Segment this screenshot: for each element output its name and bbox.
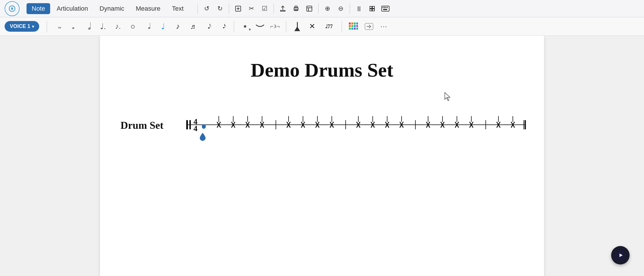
sixtyfourth-note-button[interactable]: 𝅘𝅥𝅯 xyxy=(216,20,230,33)
note-divider-3 xyxy=(286,21,286,32)
tab-dynamic[interactable]: Dynamic xyxy=(94,3,129,14)
dotted-quarter-button[interactable]: ♩. xyxy=(96,20,110,33)
dotted-half-button[interactable]: 𝅗. xyxy=(66,20,80,33)
svg-text:4: 4 xyxy=(193,124,197,133)
svg-rect-9 xyxy=(372,9,374,11)
svg-rect-14 xyxy=(387,7,388,8)
whole-note-button[interactable]: ○ xyxy=(126,20,140,33)
staff-area: Drum Set 4 4 xyxy=(100,96,544,143)
sixteenth-note-button[interactable]: ♬ xyxy=(186,20,200,33)
toolbar-zoom: ⊕ ⊖ xyxy=(321,3,347,15)
divider-1 xyxy=(197,3,198,14)
color-button[interactable] xyxy=(346,20,361,33)
nav-tabs: Note Articulation Dynamic Measure Text xyxy=(27,3,189,14)
tab-note[interactable]: Note xyxy=(27,3,50,14)
dot-button[interactable]: • ▾ xyxy=(238,20,252,33)
toolbar-file xyxy=(277,3,315,15)
svg-rect-8 xyxy=(370,9,372,11)
thirtysecond-note-button[interactable]: 𝅘𝅥𝅮 xyxy=(201,20,215,33)
drum-row: Drum Set 4 4 xyxy=(117,107,527,143)
print-button[interactable] xyxy=(290,3,302,15)
instrument-label: Drum Set xyxy=(117,119,163,131)
toolbar-misc: ||| xyxy=(353,3,391,15)
layout-button[interactable] xyxy=(303,3,315,15)
half-plain-button[interactable]: 𝅗𝅥 xyxy=(141,20,155,33)
eighth-note-button[interactable]: ♪ xyxy=(171,20,185,33)
svg-rect-6 xyxy=(370,6,372,8)
tab-measure[interactable]: Measure xyxy=(131,3,166,14)
menu-bar: Note Articulation Dynamic Measure Text ↺… xyxy=(0,0,644,17)
tuplet-button[interactable]: ⌐ 3 ⌐ xyxy=(268,20,282,33)
voice-label: VOICE 1 xyxy=(10,23,30,29)
more-button[interactable]: ··· xyxy=(377,20,391,33)
add-measure-button[interactable] xyxy=(232,3,244,15)
note-divider-2 xyxy=(234,21,234,32)
slur-button[interactable] xyxy=(253,20,267,33)
keyboard-button[interactable] xyxy=(379,3,391,15)
staff-container[interactable]: 4 4 xyxy=(168,107,527,143)
svg-rect-5 xyxy=(307,6,312,11)
upload-button[interactable] xyxy=(277,3,289,15)
voice-selector[interactable]: VOICE 1 ▾ xyxy=(5,21,39,32)
stem-cross-button[interactable]: ✕ xyxy=(305,20,319,33)
main-content: Demo Drums Set Drum Set 4 4 xyxy=(0,36,644,276)
score-settings-button[interactable] xyxy=(366,3,378,15)
zoom-in-button[interactable]: ⊕ xyxy=(321,3,334,15)
playback-button[interactable] xyxy=(611,246,630,264)
tab-text[interactable]: Text xyxy=(167,3,189,14)
toolbar-edit: ✂ ☑ xyxy=(232,3,271,15)
svg-rect-12 xyxy=(384,7,385,8)
score-title: Demo Drums Set xyxy=(100,36,544,90)
svg-rect-13 xyxy=(385,7,386,8)
svg-rect-15 xyxy=(383,9,387,10)
note-divider-1 xyxy=(47,21,47,32)
svg-point-24 xyxy=(202,124,206,129)
svg-rect-10 xyxy=(382,6,389,11)
svg-rect-7 xyxy=(372,6,374,8)
redo-button[interactable]: ↻ xyxy=(214,3,226,15)
note-value-button[interactable]: ♩77 xyxy=(320,20,338,33)
remove-button[interactable] xyxy=(362,20,376,33)
undo-button[interactable]: ↺ xyxy=(201,3,213,15)
stem-up-button[interactable] xyxy=(290,20,304,33)
divider-4 xyxy=(318,3,319,14)
logo-button[interactable] xyxy=(5,1,20,16)
zoom-out-button[interactable]: ⊖ xyxy=(335,3,347,15)
score-page: Demo Drums Set Drum Set 4 4 xyxy=(100,36,544,276)
svg-rect-11 xyxy=(383,7,383,8)
svg-rect-3 xyxy=(295,6,297,8)
svg-marker-17 xyxy=(294,27,300,31)
double-whole-note-button[interactable]: 𝅜 xyxy=(51,20,65,33)
half-note-button[interactable]: 𝅗𝅥 xyxy=(81,20,95,33)
svg-rect-21 xyxy=(189,120,191,129)
toolbar-history: ↺ ↻ xyxy=(201,3,226,15)
divider-5 xyxy=(350,3,350,14)
divider-2 xyxy=(229,3,229,14)
check-button[interactable]: ☑ xyxy=(259,3,271,15)
note-toolbar: VOICE 1 ▾ 𝅜 𝅗. 𝅗𝅥 ♩. ♪. ○ 𝅗𝅥 ♩ ♪ ♬ 𝅘𝅥𝅮 𝅘… xyxy=(0,17,644,36)
chevron-down-icon: ▾ xyxy=(32,24,34,29)
divider-3 xyxy=(274,3,274,14)
dotted-eighth-button[interactable]: ♪. xyxy=(111,20,125,33)
note-divider-4 xyxy=(342,21,342,32)
tab-articulation[interactable]: Articulation xyxy=(51,3,93,14)
metronome-button[interactable]: ||| xyxy=(353,3,365,15)
cut-button[interactable]: ✂ xyxy=(245,3,257,15)
quarter-note-button[interactable]: ♩ xyxy=(156,20,170,33)
svg-rect-4 xyxy=(295,9,297,11)
